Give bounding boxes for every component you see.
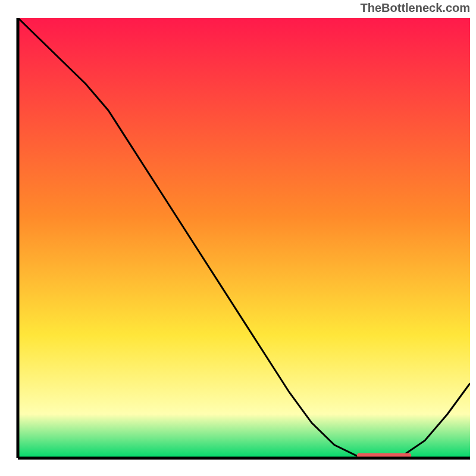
chart-container: TheBottleneck.com <box>0 0 476 476</box>
bottleneck-chart <box>0 0 476 476</box>
